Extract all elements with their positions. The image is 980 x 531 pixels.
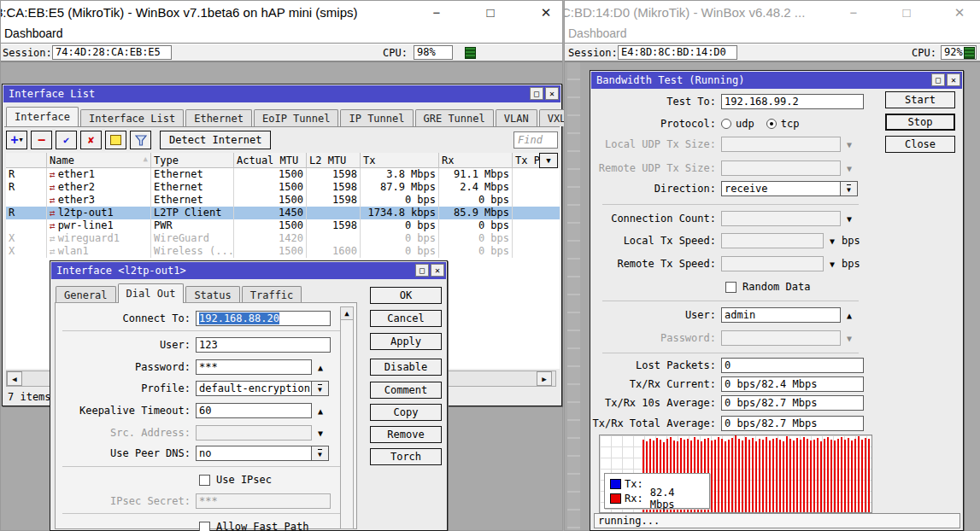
ok-button[interactable]: OK	[370, 287, 442, 304]
filter-icon[interactable]	[130, 131, 151, 149]
apply-button[interactable]: Apply	[370, 333, 442, 350]
maximize-icon[interactable]: □	[931, 73, 945, 86]
allow-fast-path-checkbox[interactable]	[199, 522, 210, 531]
column-tx[interactable]: Tx	[361, 153, 439, 168]
tab-ethernet[interactable]: Ethernet	[185, 109, 252, 126]
minimize-icon[interactable]: −	[845, 4, 862, 21]
close-icon[interactable]: ✕	[951, 4, 968, 21]
close-icon[interactable]: ✕	[947, 73, 960, 86]
connect-to-input[interactable]: 192.168.88.20	[196, 311, 331, 326]
user-input[interactable]: admin	[721, 307, 841, 323]
tab-eoip-tunnel[interactable]: EoIP Tunnel	[254, 109, 338, 126]
expand-arrow-icon[interactable]: ▼	[830, 236, 835, 246]
ipsec-secret-input[interactable]: ***	[196, 493, 331, 509]
src-address-input[interactable]	[196, 425, 312, 441]
close-icon[interactable]: ✕	[545, 87, 559, 100]
stop-button[interactable]: Stop	[885, 114, 955, 131]
cancel-button[interactable]: Cancel	[370, 310, 442, 327]
column-select-dropdown[interactable]: ▼	[539, 153, 558, 168]
maximize-icon[interactable]: □	[482, 4, 499, 21]
start-button[interactable]: Start	[885, 91, 955, 108]
scroll-right-icon[interactable]: ▶	[537, 371, 552, 386]
remote-udp-tx-size-input[interactable]	[721, 160, 841, 176]
close-icon[interactable]: ✕	[431, 264, 444, 277]
comment-icon[interactable]	[105, 131, 126, 149]
tab-gre-tunnel[interactable]: GRE Tunnel	[415, 109, 494, 126]
column-type[interactable]: Type	[151, 153, 234, 168]
tab-dashboard-right[interactable]: Dashboard	[568, 26, 627, 40]
table-row[interactable]: X⇄wireguard1WireGuard14200 bps0 bps	[6, 232, 560, 245]
column-flags[interactable]	[6, 153, 47, 168]
bandwidth-titlebar[interactable]: Bandwidth Test (Running)	[591, 72, 962, 89]
keepalive-input[interactable]: 60	[196, 403, 312, 418]
scroll-up-icon[interactable]: ▲	[341, 307, 353, 320]
expand-arrow-icon[interactable]: ▼	[830, 260, 835, 269]
interface-list-titlebar[interactable]: Interface List	[3, 85, 560, 102]
tab-status[interactable]: Status	[185, 286, 239, 303]
disable-button[interactable]: Disable	[370, 359, 442, 376]
maximize-icon[interactable]: □	[415, 264, 429, 277]
expand-arrow-icon[interactable]: ▼	[847, 140, 852, 149]
expand-arrow-icon[interactable]: ▼	[847, 214, 852, 224]
table-row[interactable]: R⇄l2tp-out1L2TP Client14501734.8 kbps85.…	[6, 207, 560, 219]
column-rx[interactable]: Rx	[439, 153, 513, 168]
local-tx-speed-input[interactable]	[721, 233, 824, 248]
collapse-arrow-icon[interactable]: ▲	[318, 363, 323, 372]
expand-arrow-icon[interactable]: ▼	[847, 334, 852, 343]
minimize-icon[interactable]: −	[428, 4, 445, 21]
enable-button[interactable]: ✔	[56, 131, 77, 149]
maximize-icon[interactable]: □	[530, 87, 543, 100]
expand-arrow-icon[interactable]: ▼	[318, 429, 323, 438]
scroll-left-icon[interactable]: ◀	[7, 371, 22, 386]
disable-button[interactable]: ✘	[80, 131, 102, 149]
user-input[interactable]: 123	[196, 337, 331, 353]
tab-dashboard-left[interactable]: Dashboard	[4, 26, 63, 40]
radio-udp[interactable]	[721, 119, 731, 129]
column-actual-mtu[interactable]: Actual MTU	[234, 153, 307, 168]
table-row[interactable]: R⇄ether2Ethernet1500159887.9 Mbps2.4 Mbp…	[6, 181, 560, 194]
collapse-arrow-icon[interactable]: ▲	[847, 311, 852, 320]
remove-button[interactable]: Remove	[370, 426, 442, 443]
dialog-vertical-scrollbar[interactable]: ▲	[340, 306, 354, 529]
password-input[interactable]: ***	[196, 359, 312, 375]
tab-traffic[interactable]: Traffic	[242, 286, 302, 303]
use-peer-dns-select[interactable]: no	[196, 446, 312, 461]
table-row[interactable]: X⇄wlan1Wireless (...150016000 bps0 bps	[6, 245, 560, 258]
direction-dropdown-icon[interactable]: ▼	[841, 181, 858, 196]
profile-dropdown-icon[interactable]: ▼	[312, 381, 329, 396]
tab-dial-out[interactable]: Dial Out	[118, 283, 185, 303]
maximize-icon[interactable]: □	[898, 4, 915, 21]
radio-tcp[interactable]	[766, 119, 777, 129]
right-titlebar[interactable]: C:BD:14:D0 (MikroTik) - WinBox v6.48.2 .…	[565, 1, 980, 25]
table-row[interactable]: R⇄ether1Ethernet150015983.8 Mbps91.1 Mbp…	[6, 168, 560, 181]
interface-dialog-titlebar[interactable]: Interface <l2tp-out1>	[51, 262, 446, 279]
profile-select[interactable]: default-encryption	[196, 381, 312, 396]
expand-arrow-icon[interactable]: ▼	[847, 164, 852, 173]
table-row[interactable]: ⇄ether3Ethernet150015980 bps0 bps	[6, 194, 560, 207]
password-input[interactable]	[721, 330, 841, 346]
table-row[interactable]: ⇄pwr-line1PWR150015980 bps0 bps	[6, 219, 560, 232]
tab-ip-tunnel[interactable]: IP Tunnel	[340, 109, 413, 126]
test-to-input[interactable]: 192.168.99.2	[721, 94, 864, 109]
session-value[interactable]: 74:4D:28:CA:EB:E5	[52, 45, 172, 60]
comment-button[interactable]: Comment	[370, 382, 442, 399]
remove-button[interactable]: −	[31, 131, 52, 149]
torch-button[interactable]: Torch	[370, 448, 442, 465]
connection-count-input[interactable]	[721, 211, 841, 226]
find-input[interactable]: Find	[513, 131, 558, 149]
session-value[interactable]: E4:8D:8C:BD:14:D0	[618, 45, 737, 60]
remote-tx-speed-input[interactable]	[721, 256, 824, 271]
tab-general[interactable]: General	[56, 286, 116, 303]
column-tx-pa[interactable]: Tx Pa	[513, 153, 541, 168]
use-peer-dns-dropdown-icon[interactable]: ▼	[312, 446, 329, 461]
close-icon[interactable]: ✕	[537, 4, 555, 21]
local-udp-tx-size-input[interactable]	[721, 137, 841, 152]
collapse-arrow-icon[interactable]: ▲	[318, 406, 323, 416]
left-titlebar[interactable]: 8:CA:EB:E5 (MikroTik) - WinBox v7.1beta6…	[1, 1, 562, 25]
close-button[interactable]: Close	[885, 136, 955, 153]
detect-internet-button[interactable]: Detect Internet	[160, 131, 271, 149]
tab-interface-list[interactable]: Interface List	[80, 109, 184, 126]
column-l2-mtu[interactable]: L2 MTU	[307, 153, 361, 168]
tab-interface[interactable]: Interface	[6, 107, 79, 126]
direction-select[interactable]: receive	[721, 181, 841, 196]
